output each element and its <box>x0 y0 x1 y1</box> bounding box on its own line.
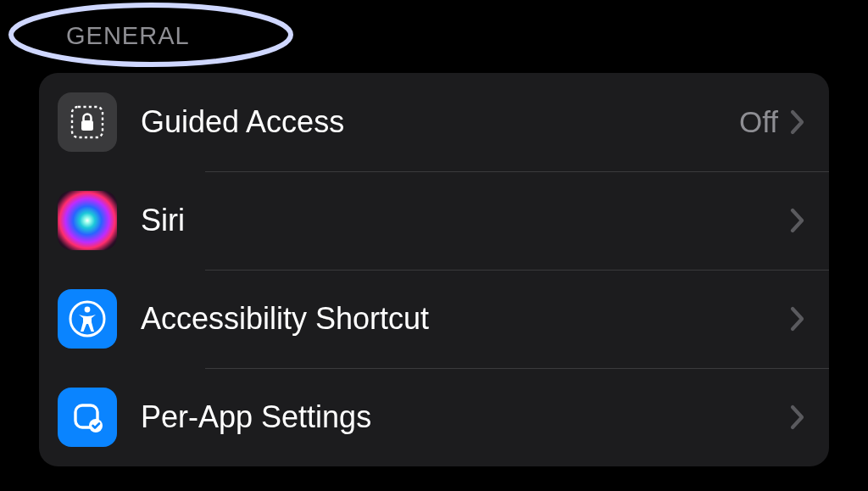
row-separator <box>205 171 829 172</box>
svg-point-4 <box>85 307 91 313</box>
row-label: Per-App Settings <box>141 399 790 435</box>
per-app-settings-icon <box>58 388 117 447</box>
accessibility-icon <box>58 289 117 349</box>
settings-group-general: Guided Access Off Siri <box>39 73 829 466</box>
row-separator <box>205 270 829 271</box>
row-accessibility-shortcut[interactable]: Accessibility Shortcut <box>39 270 829 368</box>
row-per-app-settings[interactable]: Per-App Settings <box>39 368 829 466</box>
row-value: Off <box>739 105 778 139</box>
row-guided-access[interactable]: Guided Access Off <box>39 73 829 171</box>
row-siri[interactable]: Siri <box>39 171 829 270</box>
siri-icon <box>58 191 117 250</box>
chevron-right-icon <box>790 405 805 430</box>
chevron-right-icon <box>790 306 805 332</box>
svg-rect-2 <box>81 120 93 131</box>
chevron-right-icon <box>790 208 805 233</box>
section-header-general: GENERAL <box>66 22 190 50</box>
guided-access-icon <box>58 92 117 152</box>
row-label: Guided Access <box>141 104 739 140</box>
row-label: Siri <box>141 203 790 238</box>
row-label: Accessibility Shortcut <box>141 301 790 337</box>
chevron-right-icon <box>790 109 805 135</box>
row-separator <box>205 368 829 369</box>
